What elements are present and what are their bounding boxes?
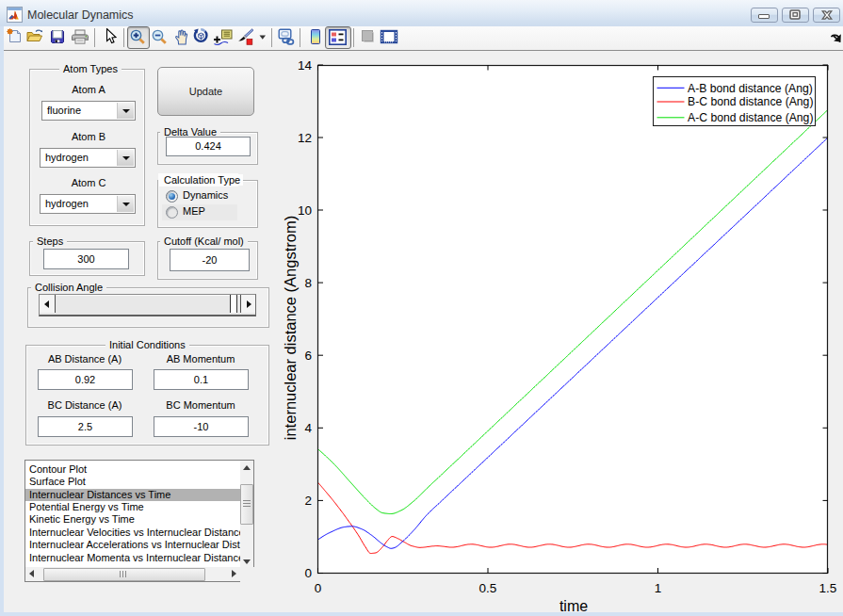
svg-text:B-C bond distance (Ang): B-C bond distance (Ang) [688, 95, 813, 108]
svg-text:1.5: 1.5 [819, 581, 837, 595]
svg-text:4: 4 [304, 421, 312, 435]
svg-text:6: 6 [304, 349, 312, 363]
svg-text:2: 2 [304, 494, 312, 508]
svg-text:12: 12 [298, 131, 312, 145]
svg-text:1: 1 [655, 581, 662, 595]
svg-text:A-C bond distance (Ang): A-C bond distance (Ang) [688, 111, 813, 124]
svg-text:14: 14 [298, 58, 313, 73]
svg-text:time: time [559, 598, 588, 614]
svg-text:0: 0 [304, 566, 312, 580]
svg-text:10: 10 [298, 203, 312, 218]
svg-text:0.5: 0.5 [479, 581, 497, 595]
svg-text:0: 0 [315, 581, 322, 595]
svg-text:internuclear distance (Angstro: internuclear distance (Angstrom) [282, 216, 299, 440]
svg-text:8: 8 [304, 276, 312, 290]
svg-text:A-B bond distance (Ang): A-B bond distance (Ang) [688, 82, 813, 95]
